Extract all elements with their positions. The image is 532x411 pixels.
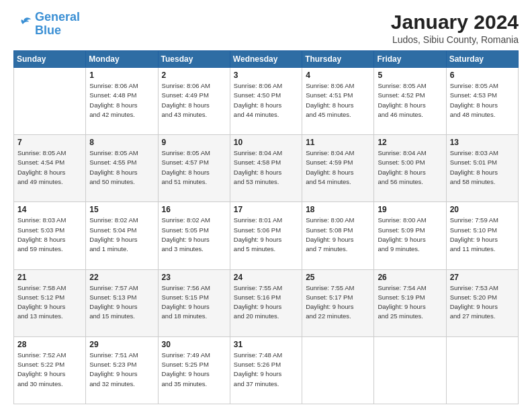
table-cell: [446, 336, 518, 404]
day-info: Sunrise: 8:05 AMSunset: 4:52 PMDaylight:…: [378, 81, 442, 120]
day-number: 8: [89, 138, 154, 147]
day-number: 24: [234, 273, 298, 282]
table-cell: 31Sunrise: 7:48 AMSunset: 5:26 PMDayligh…: [230, 336, 302, 404]
col-monday: Monday: [86, 51, 158, 68]
day-number: 26: [378, 273, 442, 282]
day-info: Sunrise: 8:01 AMSunset: 5:06 PMDaylight:…: [234, 216, 298, 254]
day-info: Sunrise: 8:06 AMSunset: 4:48 PMDaylight:…: [89, 81, 154, 120]
calendar-header-row: Sunday Monday Tuesday Wednesday Thursday…: [14, 51, 519, 68]
day-info: Sunrise: 7:56 AMSunset: 5:15 PMDaylight:…: [162, 283, 226, 322]
day-info: Sunrise: 8:00 AMSunset: 5:09 PMDaylight:…: [378, 216, 442, 254]
day-info: Sunrise: 8:06 AMSunset: 4:49 PMDaylight:…: [162, 81, 226, 120]
table-cell: 4Sunrise: 8:06 AMSunset: 4:51 PMDaylight…: [302, 68, 374, 135]
day-number: 18: [306, 205, 370, 214]
day-number: 30: [162, 340, 226, 349]
logo: General Blue: [13, 11, 80, 38]
day-number: 4: [306, 71, 370, 80]
table-cell: 12Sunrise: 8:04 AMSunset: 5:00 PMDayligh…: [374, 135, 446, 202]
table-cell: 22Sunrise: 7:57 AMSunset: 5:13 PMDayligh…: [86, 269, 158, 336]
day-number: 10: [234, 138, 298, 147]
calendar-week-row: 21Sunrise: 7:58 AMSunset: 5:12 PMDayligh…: [14, 269, 519, 336]
day-info: Sunrise: 8:02 AMSunset: 5:04 PMDaylight:…: [89, 216, 154, 254]
table-cell: 7Sunrise: 8:05 AMSunset: 4:54 PMDaylight…: [14, 135, 86, 202]
day-number: 28: [17, 340, 82, 349]
day-number: 12: [378, 138, 442, 147]
day-info: Sunrise: 8:03 AMSunset: 5:01 PMDaylight:…: [450, 148, 515, 187]
day-number: 25: [306, 273, 370, 282]
day-info: Sunrise: 7:51 AMSunset: 5:23 PMDaylight:…: [89, 351, 154, 389]
day-info: Sunrise: 8:02 AMSunset: 5:05 PMDaylight:…: [162, 216, 226, 254]
calendar-table: Sunday Monday Tuesday Wednesday Thursday…: [13, 50, 519, 404]
col-friday: Friday: [374, 51, 446, 68]
main-title: January 2024: [391, 11, 519, 33]
day-info: Sunrise: 7:49 AMSunset: 5:25 PMDaylight:…: [162, 351, 226, 389]
day-info: Sunrise: 7:54 AMSunset: 5:19 PMDaylight:…: [378, 283, 442, 322]
day-info: Sunrise: 8:05 AMSunset: 4:54 PMDaylight:…: [17, 148, 82, 187]
day-number: 17: [234, 205, 298, 214]
day-info: Sunrise: 7:59 AMSunset: 5:10 PMDaylight:…: [450, 216, 515, 254]
table-cell: 5Sunrise: 8:05 AMSunset: 4:52 PMDaylight…: [374, 68, 446, 135]
table-cell: 9Sunrise: 8:05 AMSunset: 4:57 PMDaylight…: [158, 135, 230, 202]
day-number: 22: [89, 273, 154, 282]
header: General Blue January 2024 Ludos, Sibiu C…: [13, 11, 519, 45]
table-cell: 16Sunrise: 8:02 AMSunset: 5:05 PMDayligh…: [158, 202, 230, 269]
day-number: 6: [450, 71, 515, 80]
day-info: Sunrise: 8:05 AMSunset: 4:53 PMDaylight:…: [450, 81, 515, 120]
day-info: Sunrise: 7:57 AMSunset: 5:13 PMDaylight:…: [89, 283, 154, 322]
table-cell: 8Sunrise: 8:05 AMSunset: 4:55 PMDaylight…: [86, 135, 158, 202]
table-cell: 10Sunrise: 8:04 AMSunset: 4:58 PMDayligh…: [230, 135, 302, 202]
table-cell: 14Sunrise: 8:03 AMSunset: 5:03 PMDayligh…: [14, 202, 86, 269]
calendar-week-row: 1Sunrise: 8:06 AMSunset: 4:48 PMDaylight…: [14, 68, 519, 135]
day-info: Sunrise: 8:03 AMSunset: 5:03 PMDaylight:…: [17, 216, 82, 254]
day-info: Sunrise: 8:05 AMSunset: 4:57 PMDaylight:…: [162, 148, 226, 187]
day-number: 2: [162, 71, 226, 80]
day-number: 29: [89, 340, 154, 349]
day-number: 19: [378, 205, 442, 214]
table-cell: 19Sunrise: 8:00 AMSunset: 5:09 PMDayligh…: [374, 202, 446, 269]
day-number: 5: [378, 71, 442, 80]
table-cell: 23Sunrise: 7:56 AMSunset: 5:15 PMDayligh…: [158, 269, 230, 336]
col-saturday: Saturday: [446, 51, 518, 68]
table-cell: 27Sunrise: 7:53 AMSunset: 5:20 PMDayligh…: [446, 269, 518, 336]
day-number: 27: [450, 273, 515, 282]
table-cell: 2Sunrise: 8:06 AMSunset: 4:49 PMDaylight…: [158, 68, 230, 135]
table-cell: [302, 336, 374, 404]
table-cell: 24Sunrise: 7:55 AMSunset: 5:16 PMDayligh…: [230, 269, 302, 336]
table-cell: 29Sunrise: 7:51 AMSunset: 5:23 PMDayligh…: [86, 336, 158, 404]
table-cell: 13Sunrise: 8:03 AMSunset: 5:01 PMDayligh…: [446, 135, 518, 202]
day-info: Sunrise: 7:48 AMSunset: 5:26 PMDaylight:…: [234, 351, 298, 389]
day-number: 20: [450, 205, 515, 214]
table-cell: 1Sunrise: 8:06 AMSunset: 4:48 PMDaylight…: [86, 68, 158, 135]
day-info: Sunrise: 8:04 AMSunset: 4:58 PMDaylight:…: [234, 148, 298, 187]
day-number: 13: [450, 138, 515, 147]
day-number: 14: [17, 205, 82, 214]
subtitle: Ludos, Sibiu County, Romania: [391, 34, 519, 45]
day-info: Sunrise: 8:00 AMSunset: 5:08 PMDaylight:…: [306, 216, 370, 254]
day-info: Sunrise: 7:55 AMSunset: 5:16 PMDaylight:…: [234, 283, 298, 322]
table-cell: 18Sunrise: 8:00 AMSunset: 5:08 PMDayligh…: [302, 202, 374, 269]
table-cell: 6Sunrise: 8:05 AMSunset: 4:53 PMDaylight…: [446, 68, 518, 135]
day-info: Sunrise: 8:05 AMSunset: 4:55 PMDaylight:…: [89, 148, 154, 187]
table-cell: 26Sunrise: 7:54 AMSunset: 5:19 PMDayligh…: [374, 269, 446, 336]
table-cell: 30Sunrise: 7:49 AMSunset: 5:25 PMDayligh…: [158, 336, 230, 404]
table-cell: 21Sunrise: 7:58 AMSunset: 5:12 PMDayligh…: [14, 269, 86, 336]
table-cell: 3Sunrise: 8:06 AMSunset: 4:50 PMDaylight…: [230, 68, 302, 135]
table-cell: 20Sunrise: 7:59 AMSunset: 5:10 PMDayligh…: [446, 202, 518, 269]
page: General Blue January 2024 Ludos, Sibiu C…: [0, 0, 532, 411]
day-info: Sunrise: 8:04 AMSunset: 5:00 PMDaylight:…: [378, 148, 442, 187]
title-block: January 2024 Ludos, Sibiu County, Romani…: [391, 11, 519, 45]
col-thursday: Thursday: [302, 51, 374, 68]
day-number: 1: [89, 71, 154, 80]
calendar-week-row: 28Sunrise: 7:52 AMSunset: 5:22 PMDayligh…: [14, 336, 519, 404]
logo-text-line1: General: [35, 11, 80, 24]
day-info: Sunrise: 8:04 AMSunset: 4:59 PMDaylight:…: [306, 148, 370, 187]
day-info: Sunrise: 7:53 AMSunset: 5:20 PMDaylight:…: [450, 283, 515, 322]
day-number: 31: [234, 340, 298, 349]
day-info: Sunrise: 8:06 AMSunset: 4:50 PMDaylight:…: [234, 81, 298, 120]
day-info: Sunrise: 8:06 AMSunset: 4:51 PMDaylight:…: [306, 81, 370, 120]
col-wednesday: Wednesday: [230, 51, 302, 68]
table-cell: 17Sunrise: 8:01 AMSunset: 5:06 PMDayligh…: [230, 202, 302, 269]
table-cell: 25Sunrise: 7:55 AMSunset: 5:17 PMDayligh…: [302, 269, 374, 336]
day-number: 7: [17, 138, 82, 147]
table-cell: [14, 68, 86, 135]
